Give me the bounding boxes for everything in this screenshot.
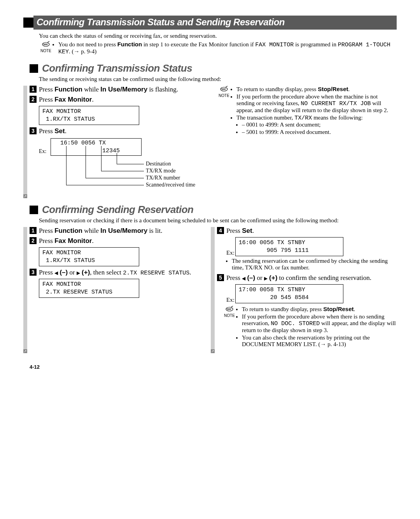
s2-step2: 2 Press Fax Monitor. — [30, 237, 209, 245]
lcd-display: FAX MONITOR 2.TX RESERVE STATUS — [39, 279, 139, 298]
sub-heading-1: Confirming Transmission Status — [30, 62, 397, 74]
svg-line-5 — [226, 86, 228, 87]
lcd-display: 17:00 0058 TX STNBY 20 545 8584 — [235, 284, 343, 303]
sub-heading-2: Confirming Sending Reservation — [30, 204, 397, 216]
right-arrow-icon: ▶ — [77, 270, 80, 276]
s2-step5: 5 Press ◀ (–) or ▶ (+) to confirm the se… — [217, 274, 397, 282]
s2-note-2: If you perform the procedure above when … — [242, 313, 397, 334]
svg-point-0 — [42, 42, 49, 46]
s1-step1: 1 Press Function while In Use/Memory is … — [30, 86, 209, 93]
s2-note-1: To return to standby display, press Stop… — [242, 306, 397, 313]
note-icon: NOTE — [217, 86, 231, 98]
s1-note-2: If you perform the procedure above when … — [236, 93, 397, 114]
s2-sub4: The sending reservation can be confirmed… — [232, 258, 397, 271]
s2-note-3: You can also check the reservations by p… — [242, 334, 397, 348]
banner-title: Confirming Transmission Status and Sendi… — [33, 16, 397, 30]
lcd-display: FAX MONITOR 1.RX/TX STATUS — [39, 247, 139, 266]
note-label: NOTE — [40, 49, 51, 53]
step-num-icon: 1 — [30, 86, 37, 93]
svg-line-1 — [47, 41, 49, 42]
step-num-icon: 3 — [30, 127, 37, 134]
step-num-icon: 2 — [30, 96, 37, 103]
section1-desc: The sending or receiving status can be c… — [39, 76, 397, 83]
lcd-diagram: Ex: 16:50 0056 TX 12345 Destination TX/R… — [39, 137, 209, 196]
lcd-display: FAX MONITOR 1.RX/TX STATUS — [39, 106, 139, 125]
top-note: NOTE You do not need to press Function i… — [39, 41, 397, 56]
heading-square-icon — [30, 64, 38, 73]
s1-step2: 2 Press Fax Monitor. — [30, 96, 209, 104]
main-banner: Confirming Transmission Status and Sendi… — [23, 16, 397, 30]
banner-square — [23, 18, 33, 28]
intro-text: You can check the status of sending or r… — [39, 33, 397, 39]
s2-step4: 4 Press Set. — [217, 227, 397, 235]
note-icon: NOTE — [39, 41, 53, 53]
left-arrow-icon: ◀ — [54, 270, 58, 276]
s1-step3: 3 Press Set. — [30, 127, 209, 135]
svg-line-9 — [231, 306, 233, 307]
s2-step1: 1 Press Function while In Use/Memory is … — [30, 227, 209, 235]
svg-point-4 — [220, 87, 228, 91]
page-number: 4-12 — [30, 364, 397, 370]
heading-square-icon — [30, 206, 38, 214]
right-arrow-icon: ▶ — [264, 276, 268, 281]
svg-point-8 — [226, 307, 233, 311]
s1-note-3: The transaction number, TX/RX means the … — [236, 114, 397, 135]
top-note-item: You do not need to press Function in ste… — [58, 41, 397, 55]
section2-desc: Sending reservation or checking if there… — [39, 217, 397, 224]
left-arrow-icon: ◀ — [242, 276, 245, 281]
note-icon: NOTE — [222, 306, 236, 318]
s2-step3: 3 Press ◀ (–) or ▶ (+), then select 2.TX… — [30, 269, 209, 276]
sub-heading-1-text: Confirming Transmission Status — [42, 62, 192, 74]
lcd-display: 16:00 0056 TX STNBY 905 795 1111 — [235, 237, 343, 256]
s1-note-1: To return to standby display, press Stop… — [236, 86, 397, 93]
